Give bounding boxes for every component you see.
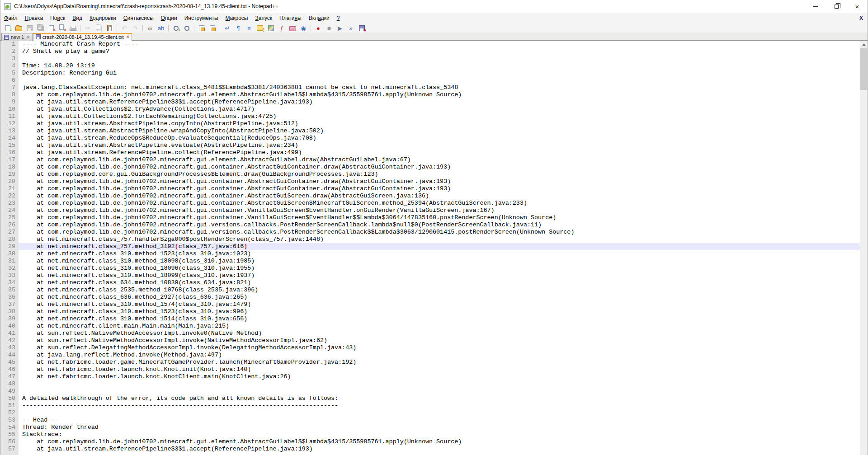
close-file-icon[interactable]: ×: [46, 24, 56, 33]
code-line-47[interactable]: at net.fabricmc.loader.launch.knot.KnotC…: [19, 373, 860, 380]
menu-run[interactable]: Запуск: [251, 13, 276, 23]
menu-tools[interactable]: Инструменты: [181, 13, 222, 23]
code-line-18[interactable]: at com.replaymod.lib.de.johni0702.minecr…: [19, 164, 860, 171]
macro-record-icon[interactable]: ●: [313, 24, 323, 33]
menu-edit[interactable]: Правка: [21, 13, 47, 23]
find-icon[interactable]: ∞: [145, 24, 155, 33]
menu-view[interactable]: Вид: [69, 13, 86, 23]
code-line-50[interactable]: A detailed walkthrough of the error, its…: [19, 395, 860, 402]
code-line-42[interactable]: at sun.reflect.NativeMethodAccessorImpl.…: [19, 337, 860, 344]
document-close-icon[interactable]: X: [859, 15, 863, 21]
code-line-16[interactable]: at java.util.stream.ReferencePipeline.co…: [19, 149, 860, 156]
code-line-48[interactable]: [19, 380, 860, 388]
code-line-15[interactable]: at java.util.stream.AbstractPipeline.eva…: [19, 142, 860, 149]
paste-icon[interactable]: [104, 24, 114, 33]
code-line-28[interactable]: at net.minecraft.class_757.handler$zga00…: [19, 236, 860, 243]
code-line-27[interactable]: at com.replaymod.lib.de.johni0702.minecr…: [19, 229, 860, 236]
code-line-6[interactable]: [19, 77, 860, 84]
code-line-7[interactable]: java.lang.ClassCastException: net.minecr…: [19, 84, 860, 91]
code-line-32[interactable]: at net.minecraft.class_310.method_18096(…: [19, 265, 860, 272]
code-line-4[interactable]: Time: 14.08.20 13:19: [19, 62, 860, 70]
code-line-22[interactable]: at com.replaymod.lib.de.johni0702.minecr…: [19, 192, 860, 200]
print-icon[interactable]: [68, 24, 78, 33]
close-all-icon[interactable]: ×: [57, 24, 67, 33]
code-line-2[interactable]: // Shall we play a game?: [19, 48, 860, 55]
sync-scroll-horizontal-icon[interactable]: [208, 24, 217, 33]
menu-settings[interactable]: Опции: [157, 13, 181, 23]
code-line-54[interactable]: Thread: Render thread: [19, 424, 860, 431]
scroll-up-button[interactable]: [860, 41, 868, 48]
code-line-38[interactable]: at net.minecraft.class_310.method_1523(c…: [19, 308, 860, 315]
code-line-31[interactable]: at net.minecraft.class_310.method_18098(…: [19, 258, 860, 265]
code-line-19[interactable]: at com.replaymod.core.gui.GuiBackgroundP…: [19, 171, 860, 178]
code-line-56[interactable]: at com.replaymod.lib.de.johni0702.minecr…: [19, 438, 860, 446]
folder-as-workspace-icon[interactable]: [288, 24, 297, 33]
code-line-1[interactable]: ---- Minecraft Crash Report ----: [19, 41, 860, 48]
code-line-34[interactable]: at net.minecraft.class_634.method_10839(…: [19, 279, 860, 286]
code-line-44[interactable]: at java.lang.reflect.Method.invoke(Metho…: [19, 352, 860, 359]
scrollbar-thumb[interactable]: [860, 48, 868, 90]
code-line-21[interactable]: at com.replaymod.lib.de.johni0702.minecr…: [19, 185, 860, 192]
code-line-45[interactable]: at net.fabricmc.loader.game.MinecraftGam…: [19, 359, 860, 366]
vertical-scrollbar[interactable]: [860, 41, 868, 455]
macro-stop-icon[interactable]: ■: [324, 24, 334, 33]
new-file-icon[interactable]: +: [3, 24, 13, 33]
show-all-characters-icon[interactable]: ¶: [233, 24, 243, 33]
code-line-3[interactable]: [19, 55, 860, 62]
restore-button[interactable]: [826, 0, 847, 13]
tab-2[interactable]: crash-2020-08-14_13.19.45-client.txt×: [33, 33, 132, 41]
code-line-53[interactable]: -- Head --: [19, 417, 860, 424]
code-line-26[interactable]: at com.replaymod.lib.de.johni0702.minecr…: [19, 221, 860, 229]
macro-play-icon[interactable]: ▶: [335, 24, 345, 33]
function-list-icon[interactable]: ƒ: [277, 24, 287, 33]
code-line-37[interactable]: at net.minecraft.class_310.method_1574(c…: [19, 301, 860, 308]
code-line-43[interactable]: at sun.reflect.DelegatingMethodAccessorI…: [19, 344, 860, 352]
code-line-20[interactable]: at com.replaymod.lib.de.johni0702.minecr…: [19, 178, 860, 185]
code-line-33[interactable]: at net.minecraft.class_310.method_18099(…: [19, 272, 860, 279]
code-line-49[interactable]: [19, 388, 860, 395]
minimize-button[interactable]: [805, 0, 826, 13]
sync-scroll-vertical-icon[interactable]: [197, 24, 207, 33]
menu-file[interactable]: Файл: [0, 13, 21, 23]
code-line-40[interactable]: at net.minecraft.client.main.Main.main(M…: [19, 323, 860, 330]
code-line-55[interactable]: Stacktrace:: [19, 431, 860, 438]
code-line-17[interactable]: at com.replaymod.lib.de.johni0702.minecr…: [19, 156, 860, 164]
code-line-25[interactable]: at com.replaymod.lib.de.johni0702.minecr…: [19, 214, 860, 221]
menu-search[interactable]: Поиск: [47, 13, 69, 23]
code-line-36[interactable]: at net.minecraft.class_636.method_2927(c…: [19, 294, 860, 301]
code-line-39[interactable]: at net.minecraft.class_310.method_1514(c…: [19, 315, 860, 323]
code-line-14[interactable]: at java.util.stream.ReduceOps$ReduceOp.e…: [19, 135, 860, 142]
code-line-41[interactable]: at sun.reflect.NativeMethodAccessorImpl.…: [19, 330, 860, 337]
macro-save-icon[interactable]: ●: [357, 24, 367, 33]
code-line-24[interactable]: at com.replaymod.lib.de.johni0702.minecr…: [19, 207, 860, 214]
zoom-in-icon[interactable]: +: [171, 24, 181, 33]
close-button[interactable]: ×: [847, 0, 868, 13]
document-map-icon[interactable]: [266, 24, 276, 33]
tab-1[interactable]: new 1×: [1, 33, 33, 41]
word-wrap-icon[interactable]: ↵: [222, 24, 232, 33]
code-line-9[interactable]: at java.util.stream.ReferencePipeline$3$…: [19, 99, 860, 106]
code-line-13[interactable]: at java.util.stream.AbstractPipeline.wra…: [19, 127, 860, 135]
macro-run-multiple-icon[interactable]: »: [346, 24, 356, 33]
code-line-46[interactable]: at net.fabricmc.loader.launch.knot.Knot.…: [19, 366, 860, 373]
code-view[interactable]: ---- Minecraft Crash Report ----// Shall…: [19, 41, 860, 455]
code-line-23[interactable]: at com.replaymod.lib.de.johni0702.minecr…: [19, 200, 860, 207]
menu-macro[interactable]: Макросы: [222, 13, 252, 23]
document-monitor-icon[interactable]: ◉: [298, 24, 308, 33]
show-indent-guide-icon[interactable]: ≡: [244, 24, 254, 33]
menu-language[interactable]: Синтаксисы: [120, 13, 157, 23]
code-line-52[interactable]: [19, 409, 860, 417]
menu-tabs[interactable]: Вкладки: [305, 13, 333, 23]
menu-encoding[interactable]: Кодировки: [86, 13, 120, 23]
code-line-12[interactable]: at java.util.stream.AbstractPipeline.cop…: [19, 120, 860, 127]
code-line-35[interactable]: at net.minecraft.class_2535.method_10768…: [19, 286, 860, 294]
code-line-29[interactable]: at net.minecraft.class_757.method_3192(c…: [19, 243, 860, 250]
menu-plugins[interactable]: Плагины: [276, 13, 305, 23]
tab-close-icon[interactable]: ×: [127, 34, 129, 39]
menu-help[interactable]: ?: [333, 13, 344, 23]
code-line-57[interactable]: at java.util.stream.ReferencePipeline$3$…: [19, 446, 860, 453]
code-line-10[interactable]: at java.util.Collections$2.tryAdvance(Co…: [19, 106, 860, 113]
tab-close-icon[interactable]: ×: [27, 35, 29, 40]
code-line-30[interactable]: at net.minecraft.class_310.method_1523(c…: [19, 250, 860, 258]
zoom-out-icon[interactable]: −: [182, 24, 192, 33]
